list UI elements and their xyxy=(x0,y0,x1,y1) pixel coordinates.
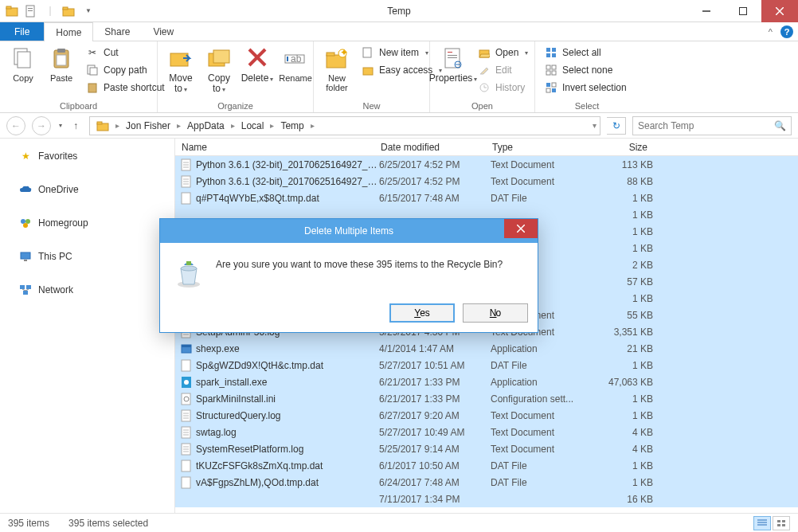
file-date: 6/25/2017 4:52 PM xyxy=(379,159,491,170)
select-none-button[interactable]: Select none xyxy=(542,62,630,78)
file-rows[interactable]: Python 3.6.1 (32-bit)_20170625164927_00.… xyxy=(175,156,798,511)
svg-rect-64 xyxy=(26,285,31,289)
file-row[interactable]: q#PT4qWYbE,x$8Qt.tmp.dat6/15/2017 7:48 A… xyxy=(175,190,798,206)
file-row[interactable]: shexp.exe4/1/2014 1:47 AMApplication21 K… xyxy=(175,340,798,357)
close-button[interactable] xyxy=(761,0,798,22)
file-row[interactable]: StructuredQuery.log6/27/2017 9:20 AMText… xyxy=(175,407,798,424)
select-all-button[interactable]: Select all xyxy=(542,45,630,61)
icons-view-button[interactable] xyxy=(773,516,790,530)
favorites-item[interactable]: ★Favorites xyxy=(0,147,174,166)
copy-to-button[interactable]: Copy to▾ xyxy=(202,45,236,96)
dialog-title-bar[interactable]: Delete Multiple Items xyxy=(160,219,538,243)
file-row[interactable]: spark_install.exe6/21/2017 1:33 PMApplic… xyxy=(175,374,798,390)
rename-button[interactable]: ab Rename xyxy=(279,45,312,84)
svg-rect-112 xyxy=(782,524,785,526)
type-column[interactable]: Type xyxy=(486,142,589,153)
up-button[interactable]: ↑ xyxy=(68,119,83,133)
share-tab[interactable]: Share xyxy=(93,22,142,41)
file-size: 1 KB xyxy=(594,293,653,304)
edit-button[interactable]: Edit xyxy=(475,62,531,78)
paste-shortcut-button[interactable]: Paste shortcut xyxy=(83,80,168,96)
file-row[interactable]: Python 3.6.1 (32-bit)_20170625164927_00.… xyxy=(175,156,798,173)
file-row[interactable]: vA$FgpsZhLM),QOd.tmp.dat6/24/2017 7:48 A… xyxy=(175,474,798,491)
home-tab[interactable]: Home xyxy=(44,22,93,41)
invert-selection-button[interactable]: Invert selection xyxy=(542,80,630,96)
minimize-button[interactable] xyxy=(688,0,725,22)
copy-button[interactable]: Copy xyxy=(6,45,40,84)
onedrive-item[interactable]: OneDrive xyxy=(0,180,174,199)
svg-rect-44 xyxy=(546,48,550,52)
properties-icon[interactable] xyxy=(22,2,40,20)
copy-path-icon xyxy=(86,64,99,76)
file-row[interactable]: Sp&gWZDd9X!QtH&c.tmp.dat5/27/2017 10:51 … xyxy=(175,357,798,374)
file-row[interactable]: 7/11/2017 1:34 PM16 KB xyxy=(175,491,798,507)
help-button[interactable]: ? xyxy=(780,25,793,38)
crumb-item[interactable]: Jon Fisher xyxy=(121,117,175,135)
size-column[interactable]: Size xyxy=(589,142,655,153)
file-size: 57 KB xyxy=(594,276,653,288)
chevron-right-icon[interactable]: ▸ xyxy=(114,121,121,130)
new-folder-icon[interactable] xyxy=(61,2,78,20)
file-row[interactable]: SparkMiniInstall.ini6/21/2017 1:33 PMCon… xyxy=(175,390,798,407)
file-icon xyxy=(180,476,193,489)
history-button[interactable]: History xyxy=(475,80,531,96)
search-input[interactable] xyxy=(638,120,774,131)
view-tab[interactable]: View xyxy=(142,22,186,41)
address-dropdown[interactable]: ▾ xyxy=(591,121,598,130)
history-icon xyxy=(478,81,491,94)
svg-rect-105 xyxy=(182,477,190,488)
details-view-button[interactable] xyxy=(753,516,771,530)
network-item[interactable]: Network xyxy=(0,280,174,299)
svg-point-60 xyxy=(23,223,28,228)
properties-button[interactable]: Properties▾ xyxy=(436,45,470,85)
move-to-button[interactable]: Move to▾ xyxy=(164,45,198,96)
crumb-item[interactable]: Local xyxy=(237,117,269,135)
dialog-close-button[interactable] xyxy=(504,219,538,238)
search-box[interactable]: 🔍 xyxy=(632,116,792,135)
name-column[interactable]: Name xyxy=(175,142,374,153)
qat-dropdown[interactable]: ▼ xyxy=(80,2,97,20)
file-tab[interactable]: File xyxy=(0,22,44,41)
forward-button[interactable]: → xyxy=(32,116,51,135)
open-button[interactable]: Open▾ xyxy=(475,45,531,61)
ribbon-minimize-icon[interactable]: ^ xyxy=(769,27,773,37)
dialog-title: Delete Multiple Items xyxy=(304,225,393,237)
refresh-button[interactable]: ↻ xyxy=(607,117,626,135)
delete-button[interactable]: Delete▾ xyxy=(241,45,274,85)
file-size: 1 KB xyxy=(594,410,653,421)
breadcrumb[interactable]: ▸ Jon Fisher ▸ AppData ▸ Local ▸ Temp ▸ … xyxy=(89,116,600,135)
file-size: 21 KB xyxy=(594,343,653,354)
file-row[interactable]: SystemResetPlatform.log5/25/2017 9:14 AM… xyxy=(175,440,798,457)
file-row[interactable]: tKUZcFSFGk8sZmXq.tmp.dat6/1/2017 10:50 A… xyxy=(175,457,798,474)
file-row[interactable]: Python 3.6.1 (32-bit)_20170625164927_01.… xyxy=(175,173,798,190)
folder-up-icon[interactable] xyxy=(3,2,21,20)
recent-locations-dropdown[interactable]: ▾ xyxy=(59,122,62,129)
chevron-right-icon[interactable]: ▸ xyxy=(229,121,237,130)
cut-button[interactable]: ✂Cut xyxy=(83,45,168,61)
chevron-right-icon[interactable]: ▸ xyxy=(309,121,316,130)
chevron-right-icon[interactable]: ▸ xyxy=(175,121,182,130)
svg-rect-54 xyxy=(546,88,550,92)
chevron-right-icon[interactable]: ▸ xyxy=(268,121,276,130)
file-row[interactable]: swtag.log5/27/2017 10:49 AMText Document… xyxy=(175,424,798,440)
file-name: StructuredQuery.log xyxy=(196,410,379,421)
group-label: New xyxy=(320,101,423,112)
crumb-item[interactable]: Temp xyxy=(276,117,308,135)
back-button[interactable]: ← xyxy=(6,116,25,135)
group-label: Organize xyxy=(164,101,307,112)
this-pc-item[interactable]: This PC xyxy=(0,247,174,266)
homegroup-item[interactable]: Homegroup xyxy=(0,213,174,233)
crumb-item[interactable]: AppData xyxy=(182,117,229,135)
svg-rect-15 xyxy=(57,49,65,53)
no-button[interactable]: No xyxy=(463,303,528,323)
paste-button[interactable]: Paste xyxy=(45,45,78,84)
svg-rect-111 xyxy=(777,524,780,526)
scissors-icon: ✂ xyxy=(86,46,99,59)
svg-rect-61 xyxy=(21,252,30,259)
svg-rect-45 xyxy=(552,48,556,52)
maximize-button[interactable] xyxy=(725,0,761,22)
new-folder-button[interactable]: ✦ New folder xyxy=(320,45,354,94)
date-column[interactable]: Date modified xyxy=(374,142,486,153)
yes-button[interactable]: Yes xyxy=(389,303,455,323)
copy-path-button[interactable]: Copy path xyxy=(83,62,168,78)
